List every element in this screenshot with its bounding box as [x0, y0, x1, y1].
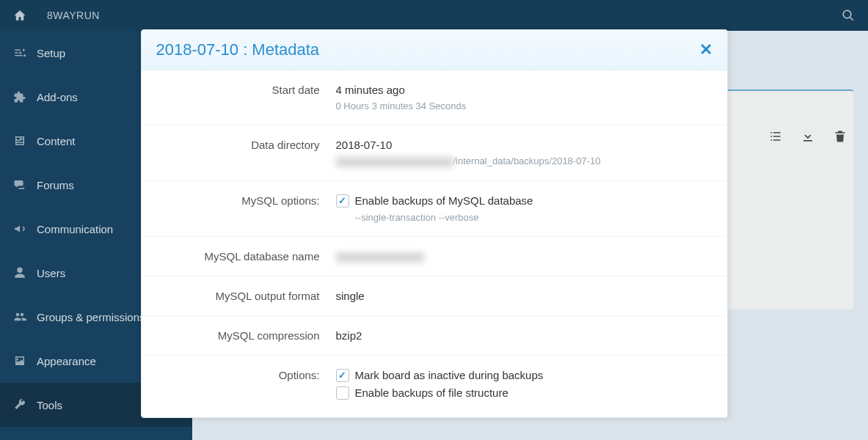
field-value: 2018-07-10	[336, 139, 712, 151]
field-subvalue: /internal_data/backups/2018-07-10	[336, 155, 712, 167]
row-mysql-db-name: MySQL database name	[142, 237, 727, 276]
field-subvalue: --single-transaction --verbose	[355, 212, 712, 223]
modal-overlay[interactable]: 2018-07-10 : Metadata ✕ Start date 4 min…	[0, 0, 868, 440]
checkbox-enable-mysql-backup[interactable]	[336, 194, 349, 208]
modal-title: 2018-07-10 : Metadata	[156, 40, 320, 59]
metadata-modal: 2018-07-10 : Metadata ✕ Start date 4 min…	[141, 29, 728, 418]
row-data-directory: Data directory 2018-07-10 /internal_data…	[142, 125, 727, 181]
modal-header: 2018-07-10 : Metadata ✕	[142, 30, 727, 70]
field-value: bzip2	[336, 329, 712, 342]
row-options: Options: Mark board as inactive during b…	[142, 356, 727, 417]
checkbox-label: Enable backups of MySQL database	[355, 194, 533, 207]
field-label: Options:	[156, 369, 336, 404]
checkbox-label: Mark board as inactive during backups	[355, 369, 544, 381]
modal-body: Start date 4 minutes ago 0 Hours 3 minut…	[142, 70, 727, 417]
row-mysql-output: MySQL output format single	[142, 276, 727, 316]
close-icon[interactable]: ✕	[699, 40, 712, 59]
field-label: Data directory	[156, 139, 336, 167]
row-start-date: Start date 4 minutes ago 0 Hours 3 minut…	[142, 70, 727, 125]
field-label: Start date	[156, 84, 336, 111]
checkbox-file-structure-backup[interactable]	[336, 386, 349, 400]
checkbox-label: Enable backups of file structure	[355, 386, 508, 399]
field-value: 4 minutes ago	[336, 84, 712, 96]
field-label: MySQL database name	[156, 250, 336, 263]
row-mysql-compression: MySQL compression bzip2	[142, 316, 727, 356]
field-label: MySQL output format	[156, 290, 336, 302]
field-label: MySQL options:	[156, 194, 336, 223]
checkbox-mark-inactive[interactable]	[336, 369, 349, 382]
row-mysql-options: MySQL options: Enable backups of MySQL d…	[142, 181, 727, 237]
field-value: single	[336, 290, 712, 302]
field-label: MySQL compression	[156, 329, 336, 342]
redacted-path	[336, 157, 453, 167]
field-subvalue: 0 Hours 3 minutes 34 Seconds	[336, 100, 712, 111]
redacted-db-name	[336, 252, 424, 263]
